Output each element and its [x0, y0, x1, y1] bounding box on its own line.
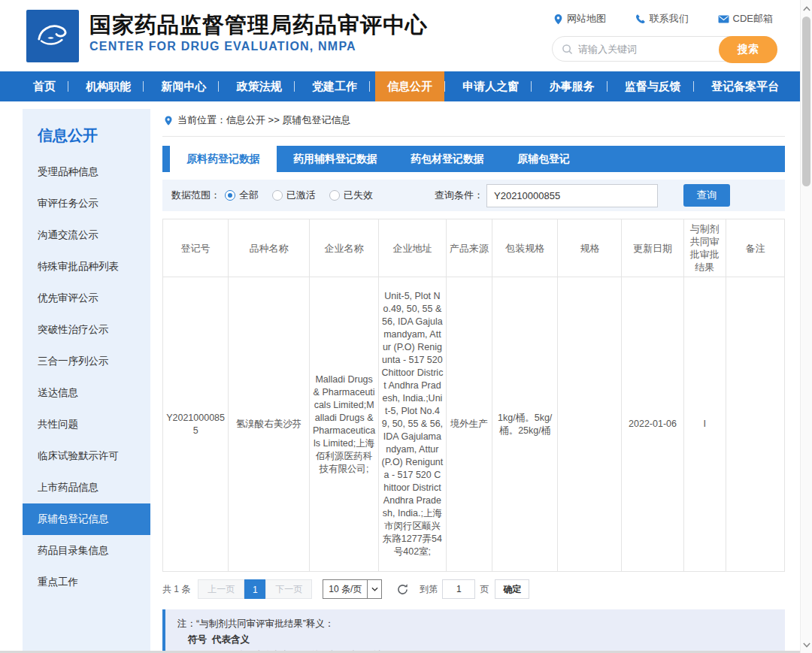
sidebar-item-key-work[interactable]: 重点工作 [23, 567, 150, 598]
sidebar-item-review-tasks[interactable]: 审评任务公示 [23, 188, 150, 219]
goto-label: 到第 [420, 583, 438, 596]
radio-all[interactable]: 全部 [225, 189, 259, 202]
query-input[interactable] [486, 184, 658, 207]
sidebar-item-clinical-trial-license[interactable]: 临床试验默示许可 [23, 440, 150, 472]
goto-unit: 页 [480, 583, 489, 596]
nav-item-info-disclosure[interactable]: 信息公开 [375, 71, 444, 101]
sidebar: 信息公开 受理品种信息 审评任务公示 沟通交流公示 特殊审批品种列表 优先审评公… [23, 109, 150, 653]
nav-item-home[interactable]: 首页 [21, 71, 68, 101]
sidebar-item-accepted-varieties[interactable]: 受理品种信息 [23, 156, 150, 188]
query-label: 查询条件： [435, 189, 483, 202]
note-title: 注：“与制剂共同审评审批结果”释义： [177, 616, 773, 632]
col-company-address: 企业地址 [379, 219, 446, 277]
note-col-symbol: 符号 [188, 634, 207, 645]
content-wrap: 信息公开 受理品种信息 审评任务公示 沟通交流公示 特殊审批品种列表 优先审评公… [0, 101, 812, 653]
cell-product-source: 境外生产 [446, 277, 492, 572]
sidebar-item-delivery-info[interactable]: 送达信息 [23, 377, 150, 409]
refresh-icon[interactable] [394, 581, 411, 597]
header-right: 网站地图 联系我们 CDE邮箱 搜索 [552, 0, 777, 71]
scope-radio-group: 全部 已激活 已失效 [225, 189, 373, 202]
site-title: 国家药品监督管理局药品审评中心 [89, 12, 428, 38]
nav-item-services[interactable]: 办事服务 [538, 71, 607, 101]
scroll-down-icon[interactable] [801, 638, 812, 651]
sidebar-item-excipient-registration[interactable]: 原辅包登记信息 [23, 503, 150, 535]
scrollbar[interactable] [800, 0, 812, 653]
radio-all-control[interactable] [225, 190, 235, 201]
col-product-source: 产品来源 [446, 219, 492, 277]
sidebar-item-breakthrough-therapy[interactable]: 突破性治疗公示 [23, 314, 150, 346]
tab-packaging-registration-data[interactable]: 药包材登记数据 [394, 146, 501, 172]
search-icon [562, 44, 573, 55]
radio-all-label: 全部 [239, 189, 259, 202]
nav-item-news[interactable]: 新闻中心 [149, 71, 218, 101]
cde-logo [26, 10, 79, 62]
tab-excipient-registration-data[interactable]: 药用辅料登记数据 [277, 146, 394, 172]
prev-page-button[interactable]: 上一页 [198, 579, 244, 599]
table-row: Y20210000855 氢溴酸右美沙芬 Malladi Drugs & Pha… [163, 277, 785, 572]
contact-link[interactable]: 联系我们 [635, 12, 689, 26]
cde-mail-label: CDE邮箱 [733, 12, 773, 26]
nav-item-functions[interactable]: 机构职能 [74, 71, 143, 101]
location-pin-icon [164, 115, 173, 126]
confirm-button[interactable]: 确定 [495, 579, 529, 599]
tab-raw-packaging-registration[interactable]: 原辅包登记 [501, 146, 586, 172]
cell-remarks [726, 277, 784, 572]
note-header: 符号 代表含义 [177, 632, 773, 648]
breadcrumb: 当前位置：信息公开 >> 原辅包登记信息 [162, 109, 785, 137]
nav-item-supervision[interactable]: 监督与反馈 [613, 71, 693, 101]
chevron-down-icon [367, 580, 381, 598]
pagination-total: 共 1 条 [162, 583, 190, 596]
location-pin-icon [553, 14, 563, 25]
radio-activated-control[interactable] [272, 190, 283, 201]
main-content: 当前位置：信息公开 >> 原辅包登记信息 原料药登记数据 药用辅料登记数据 药包… [158, 109, 786, 653]
note-box: 注：“与制剂共同审评审批结果”释义： 符号 代表含义 A 已批准在上市制剂使用的… [162, 609, 785, 653]
contact-label: 联系我们 [650, 12, 689, 26]
radio-activated[interactable]: 已激活 [272, 189, 316, 202]
title-block: 国家药品监督管理局药品审评中心 CENTER FOR DRUG EVALUATI… [89, 12, 428, 71]
page-size-value: 10 条/页 [323, 580, 367, 598]
cell-registration-no: Y20210000855 [163, 277, 229, 572]
col-joint-review-result: 与制剂共同审批审批结果 [683, 219, 726, 277]
cde-mail-link[interactable]: CDE邮箱 [718, 12, 773, 26]
radio-expired[interactable]: 已失效 [329, 189, 373, 202]
sidebar-item-three-in-one[interactable]: 三合一序列公示 [23, 346, 150, 377]
pagination: 共 1 条 上一页 1 下一页 10 条/页 到第 页 确定 [162, 579, 785, 599]
scope-label: 数据范围： [171, 189, 220, 202]
filterbar: 数据范围： 全部 已激活 已失效 查询条件： [162, 180, 785, 211]
table-header-row: 登记号 品种名称 企业名称 企业地址 产品来源 包装规格 规格 更新日期 与制剂… [163, 219, 785, 277]
col-remarks: 备注 [726, 219, 784, 277]
sidebar-item-priority-review[interactable]: 优先审评公示 [23, 283, 150, 314]
page: 国家药品监督管理局药品审评中心 CENTER FOR DRUG EVALUATI… [0, 0, 812, 653]
next-page-button[interactable]: 下一页 [265, 579, 312, 599]
tabbar: 原料药登记数据 药用辅料登记数据 药包材登记数据 原辅包登记 [162, 146, 785, 172]
sidebar-item-drug-catalog[interactable]: 药品目录集信息 [23, 535, 150, 567]
search-button[interactable]: 搜索 [719, 36, 777, 63]
cell-update-date: 2022-01-06 [622, 277, 683, 572]
nav-item-registration-platform[interactable]: 登记备案平台 [699, 71, 791, 101]
scrollbar-thumb[interactable] [802, 17, 810, 186]
tab-api-registration-data[interactable]: 原料药登记数据 [170, 146, 277, 172]
query-button[interactable]: 查询 [683, 184, 730, 207]
col-spec: 规格 [558, 219, 622, 277]
sidebar-item-marketed-drugs[interactable]: 上市药品信息 [23, 472, 150, 503]
goto-page-input[interactable] [442, 579, 475, 599]
cell-joint-review-result: I [683, 277, 726, 572]
page-size-select[interactable]: 10 条/页 [323, 579, 382, 599]
sidebar-item-common-issues[interactable]: 共性问题 [23, 409, 150, 440]
mail-icon [718, 14, 729, 24]
scroll-up-icon[interactable] [801, 2, 812, 15]
sitemap-link[interactable]: 网站地图 [553, 12, 606, 26]
sidebar-item-communication[interactable]: 沟通交流公示 [23, 219, 150, 251]
results-table: 登记号 品种名称 企业名称 企业地址 产品来源 包装规格 规格 更新日期 与制剂… [162, 219, 785, 572]
sidebar-item-special-approval[interactable]: 特殊审批品种列表 [23, 251, 150, 283]
page-number-button[interactable]: 1 [244, 579, 265, 599]
nav-item-applicant-window[interactable]: 申请人之窗 [450, 71, 531, 101]
radio-expired-control[interactable] [329, 190, 340, 201]
nav-item-policy[interactable]: 政策法规 [225, 71, 294, 101]
radio-expired-label: 已失效 [344, 189, 373, 202]
col-company-name: 企业名称 [309, 219, 378, 277]
cde-logo-swirl-icon [31, 14, 74, 58]
cell-company-name: Malladi Drugs & Pharmaceuticals Limited;… [309, 277, 378, 572]
col-variety-name: 品种名称 [229, 219, 310, 277]
nav-item-party[interactable]: 党建工作 [300, 71, 369, 101]
